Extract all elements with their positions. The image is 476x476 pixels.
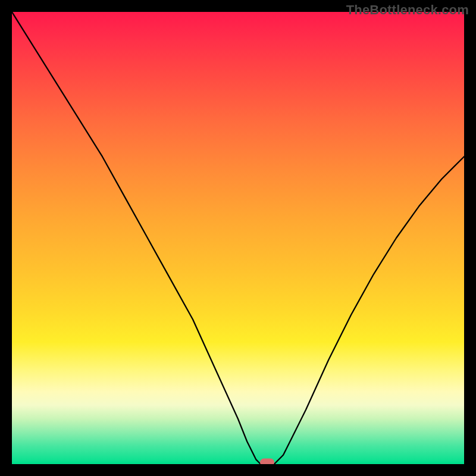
optimal-marker [260,459,274,465]
watermark-label: TheBottleneck.com [346,2,469,18]
chart-frame: TheBottleneck.com [0,0,476,476]
bottleneck-curve [12,12,464,464]
curve-svg [12,12,464,464]
plot-area [12,12,464,464]
